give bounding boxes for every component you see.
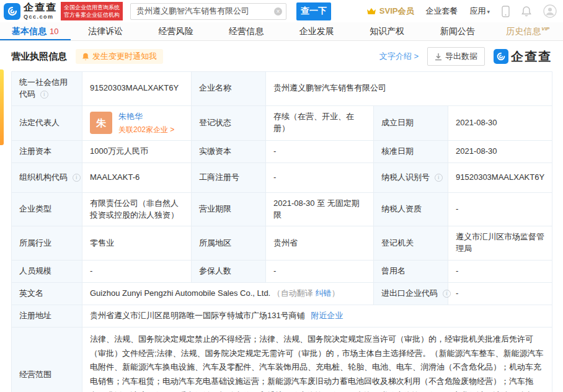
value-company-name: 贵州遵义鹏智汽车销售有限公司	[266, 72, 552, 106]
tab-operation-info[interactable]: 经营信息	[211, 22, 282, 40]
value-region: 贵州省	[266, 226, 374, 261]
label-staff-size: 人员规模	[12, 261, 82, 283]
label-establish-date: 成立日期	[374, 105, 448, 140]
table-row: 组织机构代码 i MAALXAKT-6 工商注册号 - 纳税人识别号 i 915…	[12, 163, 552, 192]
label-biz-reg-no: 工商注册号	[192, 163, 266, 192]
crown-icon	[366, 7, 376, 15]
value-org-code: MAALXAKT-6	[82, 163, 192, 192]
value-paid-capital: -	[266, 140, 374, 163]
table-row: 法定代表人 朱 朱艳华 关联202家企业 > 登记状态 存续（在营、开业、在册）…	[12, 105, 552, 140]
qcc-company-page: 企查查 Qcc.com 全国企业信用查询系统 官方备案企业征信机构 × 查一下 …	[0, 0, 563, 392]
value-english-name: Guizhou Zunyi Pengzhi Automobile Sales C…	[82, 282, 374, 305]
text-intro-link[interactable]: 文字介绍 >	[379, 51, 419, 62]
info-icon[interactable]: i	[443, 290, 451, 298]
info-icon[interactable]: i	[73, 174, 81, 182]
label-company-name: 企业名称	[192, 72, 266, 106]
basic-info-count: 10	[50, 27, 58, 36]
tab-legal-litigation[interactable]: 法律诉讼	[71, 22, 141, 40]
nearby-companies-link[interactable]: 附近企业	[311, 311, 343, 320]
table-row: 注册地址 贵州省遵义市汇川区昆明路唯一国际亨特城市广场131号商铺 附近企业	[12, 305, 552, 327]
value-biz-term: 2021-08-30 至 无固定期限	[266, 192, 374, 226]
enterprise-package-link[interactable]: 企业套餐	[425, 6, 458, 17]
correct-error-link[interactable]: 纠错	[315, 288, 331, 298]
tab-news-announcements[interactable]: 新闻公告	[422, 22, 493, 40]
clear-icon[interactable]: ×	[274, 7, 282, 16]
label-credit-code: 统一社会信用代码 i	[12, 72, 82, 106]
value-industry: 零售业	[82, 226, 192, 261]
tab-operation-risk[interactable]: 经营风险	[141, 22, 211, 40]
logo-title: 企查查	[24, 2, 57, 12]
tab-basic-info[interactable]: 基本信息10	[0, 22, 71, 40]
label-industry: 所属行业	[12, 226, 82, 261]
chevron-down-icon: ▾	[487, 9, 490, 15]
label-insured-count: 参保人数	[192, 261, 266, 283]
svip-member-link[interactable]: SVIP会员	[366, 6, 414, 17]
legal-rep-avatar[interactable]: 朱	[90, 112, 112, 134]
value-taxpayer-quality: -	[448, 192, 552, 226]
download-icon	[435, 53, 442, 61]
value-approval-date: 2021-08-30	[448, 140, 552, 163]
label-region: 所属地区	[192, 226, 266, 261]
value-reg-status: 存续（在营、开业、在册）	[266, 105, 374, 140]
top-header: 企查查 Qcc.com 全国企业信用查询系统 官方备案企业征信机构 × 查一下 …	[0, 0, 563, 22]
tab-enterprise-development[interactable]: 企业发展	[282, 22, 352, 40]
info-icon[interactable]: i	[435, 174, 443, 182]
label-reg-address: 注册地址	[12, 305, 82, 327]
legal-rep-related-link[interactable]: 关联202家企业 >	[118, 125, 174, 135]
qcc-watermark-icon	[494, 49, 508, 64]
value-reg-capital: 1000万元人民币	[82, 140, 192, 163]
search-input[interactable]	[130, 3, 286, 20]
user-avatar-icon[interactable]	[543, 4, 557, 18]
auto-translate-note: （自动翻译	[273, 288, 316, 298]
notifications-bell-icon[interactable]	[521, 6, 531, 17]
qcc-logo[interactable]: 企查查 Qcc.com	[4, 2, 57, 20]
value-former-name: -	[448, 261, 552, 283]
floating-widget-edge[interactable]	[0, 69, 4, 145]
export-data-button[interactable]: 导出数据	[427, 47, 485, 66]
label-reg-authority: 登记机关	[374, 226, 448, 261]
info-icon[interactable]: i	[40, 91, 48, 99]
value-taxpayer-id: 91520303MAALXAKT6Y	[448, 163, 552, 192]
table-row: 统一社会信用代码 i 91520303MAALXAKT6Y 企业名称 贵州遵义鹏…	[12, 72, 552, 106]
value-reg-address: 贵州省遵义市汇川区昆明路唯一国际亨特城市广场131号商铺 附近企业	[82, 305, 552, 327]
credit-system-badge: 全国企业信用查询系统 官方备案企业征信机构	[61, 2, 123, 20]
section-bar: 营业执照信息 发生变更时通知我 文字介绍 > 导出数据 企查查	[11, 47, 552, 66]
qcc-watermark: 企查查	[494, 48, 552, 65]
tab-history-info[interactable]: 历史信息VIP	[493, 22, 563, 40]
bell-icon	[82, 52, 89, 61]
section-actions: 文字介绍 > 导出数据 企查查	[379, 47, 552, 66]
mobile-app-icon[interactable]	[502, 6, 510, 17]
label-biz-term: 营业期限	[192, 192, 266, 226]
value-biz-scope: 法律、法规、国务院决定规定禁止的不得经营；法律、法规、国务院决定规定应当许可（审…	[82, 327, 552, 392]
value-biz-reg-no: -	[266, 163, 374, 192]
label-company-type: 企业类型	[12, 192, 82, 226]
label-former-name: 曾用名	[374, 261, 448, 283]
top-menu: SVIP会员 企业套餐 应用▾	[366, 4, 557, 18]
label-paid-capital: 实缴资本	[192, 140, 266, 163]
label-org-code: 组织机构代码 i	[12, 163, 82, 192]
table-row: 经营范围 法律、法规、国务院决定规定禁止的不得经营；法律、法规、国务院决定规定应…	[12, 327, 552, 392]
legal-rep-name-link[interactable]: 朱艳华	[118, 111, 174, 123]
section-title: 营业执照信息	[11, 51, 67, 63]
value-company-type: 有限责任公司（非自然人投资或控股的法人独资）	[82, 192, 192, 226]
label-taxpayer-quality: 纳税人资质	[374, 192, 448, 226]
value-credit-code: 91520303MAALXAKT6Y	[82, 72, 192, 106]
value-insured-count: -	[266, 261, 374, 283]
label-legal-rep: 法定代表人	[12, 105, 82, 140]
table-row: 人员规模 - 参保人数 - 曾用名 -	[12, 261, 552, 283]
value-legal-rep: 朱 朱艳华 关联202家企业 >	[82, 105, 192, 140]
value-reg-authority: 遵义市汇川区市场监督管理局	[448, 226, 552, 261]
label-biz-scope: 经营范围	[12, 327, 82, 392]
label-import-export-code: 进出口企业代码 i	[374, 282, 448, 305]
label-approval-date: 核准日期	[374, 140, 448, 163]
business-license-table: 统一社会信用代码 i 91520303MAALXAKT6Y 企业名称 贵州遵义鹏…	[11, 71, 552, 392]
value-establish-date: 2021-08-30	[448, 105, 552, 140]
logo-domain: Qcc.com	[24, 14, 57, 20]
label-taxpayer-id: 纳税人识别号 i	[374, 163, 448, 192]
apps-dropdown[interactable]: 应用▾	[469, 6, 490, 17]
search-button[interactable]: 查一下	[296, 2, 331, 20]
notify-on-change-button[interactable]: 发生变更时通知我	[76, 49, 163, 64]
tab-intellectual-property[interactable]: 知识产权	[352, 22, 423, 40]
table-row: 企业类型 有限责任公司（非自然人投资或控股的法人独资） 营业期限 2021-08…	[12, 192, 552, 226]
search-box: ×	[130, 3, 286, 20]
